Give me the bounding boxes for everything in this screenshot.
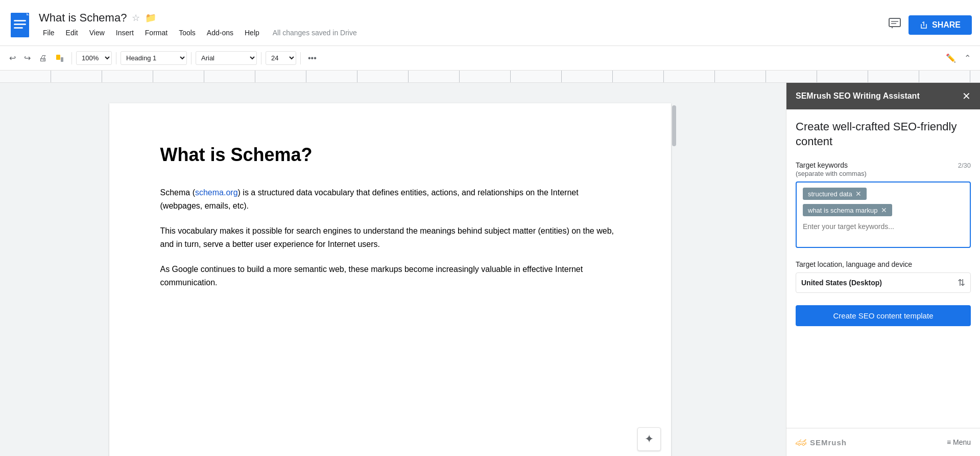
menu-file[interactable]: File <box>39 27 59 39</box>
separator-2 <box>116 52 116 64</box>
keyword-tag-2: what is schema markup ✕ <box>803 204 892 216</box>
location-label: Target location, language and device <box>796 260 971 268</box>
keyword-tag-2-text: what is schema markup <box>808 207 878 214</box>
folder-icon[interactable]: 📁 <box>145 12 156 24</box>
menu-tools[interactable]: Tools <box>175 27 200 39</box>
keywords-box[interactable]: structured data ✕ what is schema markup … <box>796 181 971 248</box>
separator-3 <box>191 52 192 64</box>
font-select[interactable]: Arial Times New Roman Verdana <box>196 51 257 65</box>
keyword-tag-1: structured data ✕ <box>803 188 867 200</box>
menu-view[interactable]: View <box>85 27 109 39</box>
menu-addons[interactable]: Add-ons <box>203 27 237 39</box>
style-select[interactable]: Heading 1 Normal text Heading 2 Heading … <box>121 51 187 65</box>
keywords-label-row: Target keywords(separate with commas) 2/… <box>796 161 971 177</box>
location-value: United States (Desktop) <box>801 279 882 287</box>
semrush-logo: 🏎 SEMrush <box>796 436 847 449</box>
keyword-tag-1-remove[interactable]: ✕ <box>855 190 862 198</box>
ai-assistant-button[interactable]: ✦ <box>637 427 661 451</box>
semrush-close-button[interactable]: ✕ <box>962 90 971 102</box>
separator-1 <box>71 52 72 64</box>
svg-marker-9 <box>891 27 893 29</box>
svg-rect-6 <box>889 18 900 27</box>
menu-bar: File Edit View Insert Format Tools Add-o… <box>39 27 888 39</box>
menu-insert[interactable]: Insert <box>112 27 138 39</box>
location-select[interactable]: United States (Desktop) ⇅ <box>796 272 971 293</box>
size-select[interactable]: 24 11 12 14 18 <box>266 51 296 65</box>
comment-button[interactable] <box>888 17 901 33</box>
svg-rect-5 <box>14 27 23 29</box>
ruler <box>0 71 980 83</box>
svg-rect-10 <box>922 22 923 23</box>
zoom-select[interactable]: 100% 75% 125% <box>76 51 112 65</box>
doc-paragraph-2: This vocabulary makes it possible for se… <box>160 224 620 250</box>
title-bar: What is Schema? ☆ 📁 File Edit View Inser… <box>0 0 980 46</box>
main-area: What is Schema? Schema (schema.org) is a… <box>0 83 980 456</box>
doc-paragraph-3: As Google continues to build a more sema… <box>160 263 620 289</box>
menu-format[interactable]: Format <box>141 27 172 39</box>
expand-button[interactable]: ⌃ <box>961 51 974 65</box>
location-arrows-icon: ⇅ <box>958 277 965 288</box>
doc-title[interactable]: What is Schema? <box>39 11 127 25</box>
doc-page: What is Schema? Schema (schema.org) is a… <box>109 103 671 456</box>
more-options-button[interactable]: ••• <box>305 52 320 65</box>
semrush-logo-text: SEMrush <box>810 438 847 447</box>
doc-heading[interactable]: What is Schema? <box>160 144 620 166</box>
semrush-footer: 🏎 SEMrush ≡ Menu <box>786 428 980 456</box>
paragraph-1-before: Schema ( <box>160 188 195 197</box>
menu-edit[interactable]: Edit <box>62 27 82 39</box>
separator-5 <box>300 52 301 64</box>
keyword-tag-1-text: structured data <box>808 190 852 198</box>
redo-button[interactable]: ↪ <box>21 51 34 65</box>
title-area: What is Schema? ☆ 📁 File Edit View Inser… <box>39 11 888 39</box>
schema-org-link[interactable]: schema.org <box>195 188 238 197</box>
scrollbar[interactable] <box>671 103 677 436</box>
undo-button[interactable]: ↩ <box>6 51 19 65</box>
star-icon[interactable]: ☆ <box>132 12 140 24</box>
title-bar-right: SHARE <box>888 15 972 35</box>
toolbar: ↩ ↪ 🖨 100% 75% 125% Heading 1 Normal tex… <box>0 46 980 71</box>
svg-rect-3 <box>14 20 26 21</box>
svg-rect-12 <box>56 55 60 60</box>
ruler-inner <box>0 71 980 82</box>
separator-4 <box>261 52 261 64</box>
title-row: What is Schema? ☆ 📁 <box>39 11 888 25</box>
create-seo-template-button[interactable]: Create SEO content template <box>796 305 971 326</box>
semrush-panel-title: SEMrush SEO Writing Assistant <box>796 92 920 101</box>
doc-area: What is Schema? Schema (schema.org) is a… <box>0 83 786 456</box>
edit-icon-button[interactable]: ✏️ <box>943 51 959 65</box>
menu-help[interactable]: Help <box>241 27 264 39</box>
semrush-sidebar: SEMrush SEO Writing Assistant ✕ Create w… <box>786 83 980 456</box>
scrollbar-thumb[interactable] <box>672 105 676 146</box>
keywords-label: Target keywords(separate with commas) <box>796 161 867 177</box>
keywords-input[interactable] <box>803 222 964 231</box>
paint-format-button[interactable] <box>52 52 67 65</box>
share-label: SHARE <box>932 20 961 30</box>
semrush-menu-button[interactable]: ≡ Menu <box>947 438 971 446</box>
semrush-body: Create well-crafted SEO-friendly content… <box>786 109 980 428</box>
print-button[interactable]: 🖨 <box>36 52 50 65</box>
google-docs-icon <box>8 11 32 39</box>
keywords-counter: 2/30 <box>958 162 971 169</box>
semrush-headline: Create well-crafted SEO-friendly content <box>796 120 971 149</box>
svg-rect-13 <box>61 57 63 62</box>
svg-rect-4 <box>14 24 26 25</box>
doc-paragraph-1: Schema (schema.org) is a structured data… <box>160 186 620 212</box>
semrush-header: SEMrush SEO Writing Assistant ✕ <box>786 83 980 109</box>
semrush-logo-icon: 🏎 <box>796 436 807 449</box>
share-button[interactable]: SHARE <box>909 15 972 35</box>
keyword-tag-2-remove[interactable]: ✕ <box>881 206 887 214</box>
save-status: All changes saved in Drive <box>273 29 357 37</box>
